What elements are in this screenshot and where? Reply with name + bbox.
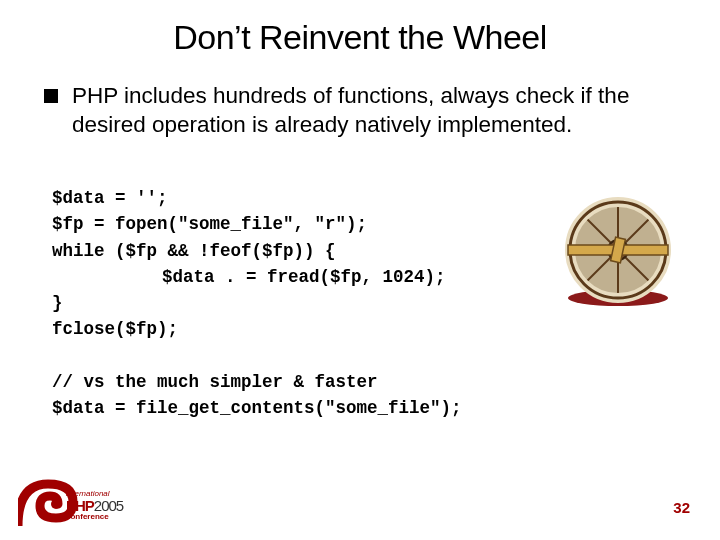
slide-title: Don’t Reinvent the Wheel: [0, 0, 720, 57]
code-line: $data = '';: [52, 188, 168, 208]
code-line: while ($fp && !feof($fp)) {: [52, 241, 336, 261]
code-line: }: [52, 293, 63, 313]
bullet-text: PHP includes hundreds of functions, alwa…: [72, 82, 684, 140]
svg-point-11: [51, 499, 61, 509]
code-line: $data . = fread($fp, 1024);: [52, 264, 446, 290]
code-line: fclose($fp);: [52, 319, 178, 339]
bullet-square-icon: [44, 89, 58, 103]
code-line: $data = file_get_contents("some_file");: [52, 398, 462, 418]
code-line: $fp = fopen("some_file", "r");: [52, 214, 367, 234]
conference-logo: international PHP2005 conference: [18, 474, 168, 526]
logo-text: international PHP2005 conference: [66, 490, 123, 521]
slide: Don’t Reinvent the Wheel PHP includes hu…: [0, 0, 720, 540]
slide-body: PHP includes hundreds of functions, alwa…: [44, 82, 684, 140]
page-number: 32: [673, 499, 690, 516]
wheel-icon: [558, 190, 678, 310]
bullet-item: PHP includes hundreds of functions, alwa…: [44, 82, 684, 140]
code-line: // vs the much simpler & faster: [52, 372, 378, 392]
logo-conference: conference: [66, 513, 123, 521]
